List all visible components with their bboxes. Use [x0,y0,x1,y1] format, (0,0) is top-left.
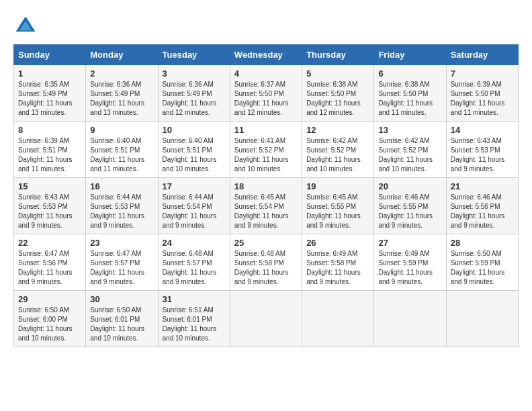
day-info: Sunrise: 6:46 AMSunset: 5:55 PMDaylight:… [378,193,433,229]
day-number: 20 [378,181,441,191]
calendar-cell: 21Sunrise: 6:46 AMSunset: 5:56 PMDayligh… [446,178,518,234]
day-number: 28 [451,238,514,248]
calendar-cell [302,291,374,347]
day-info: Sunrise: 6:42 AMSunset: 5:52 PMDaylight:… [378,137,433,173]
calendar-cell: 16Sunrise: 6:44 AMSunset: 5:53 PMDayligh… [86,178,158,234]
calendar-cell: 19Sunrise: 6:45 AMSunset: 5:55 PMDayligh… [302,178,374,234]
day-info: Sunrise: 6:48 AMSunset: 5:57 PMDaylight:… [163,250,217,285]
day-number: 3 [163,68,226,79]
day-number: 16 [90,181,153,191]
day-number: 10 [163,125,226,135]
day-number: 1 [18,68,81,79]
day-number: 2 [90,68,153,79]
day-number: 17 [163,181,226,191]
page-header [13,13,519,38]
calendar-cell: 25Sunrise: 6:48 AMSunset: 5:58 PMDayligh… [230,234,302,291]
day-info: Sunrise: 6:39 AMSunset: 5:50 PMDaylight:… [451,81,505,116]
day-info: Sunrise: 6:40 AMSunset: 5:51 PMDaylight:… [163,137,217,173]
day-number: 19 [306,181,369,191]
day-info: Sunrise: 6:40 AMSunset: 5:51 PMDaylight:… [90,137,144,173]
calendar-cell: 8Sunrise: 6:39 AMSunset: 5:51 PMDaylight… [14,122,86,178]
day-info: Sunrise: 6:51 AMSunset: 6:01 PMDaylight:… [163,306,217,342]
calendar-cell [230,291,302,347]
day-info: Sunrise: 6:44 AMSunset: 5:53 PMDaylight:… [90,193,144,229]
header-cell-saturday: Saturday [446,45,518,65]
week-row-5: 29Sunrise: 6:50 AMSunset: 6:00 PMDayligh… [14,291,519,347]
calendar-cell: 14Sunrise: 6:43 AMSunset: 5:53 PMDayligh… [446,122,518,178]
calendar-cell: 10Sunrise: 6:40 AMSunset: 5:51 PMDayligh… [158,122,230,178]
day-number: 26 [306,238,369,248]
day-number: 27 [378,238,441,248]
calendar-header: SundayMondayTuesdayWednesdayThursdayFrid… [14,45,519,65]
day-number: 24 [163,238,226,248]
day-number: 15 [18,181,81,191]
header-row: SundayMondayTuesdayWednesdayThursdayFrid… [14,45,519,65]
day-number: 18 [234,181,298,191]
week-row-2: 8Sunrise: 6:39 AMSunset: 5:51 PMDaylight… [14,122,519,178]
day-info: Sunrise: 6:48 AMSunset: 5:58 PMDaylight:… [234,250,289,285]
day-info: Sunrise: 6:43 AMSunset: 5:53 PMDaylight:… [18,193,73,229]
day-number: 11 [234,125,298,135]
calendar-cell: 29Sunrise: 6:50 AMSunset: 6:00 PMDayligh… [14,291,86,347]
calendar-cell: 26Sunrise: 6:49 AMSunset: 5:58 PMDayligh… [302,234,374,291]
day-info: Sunrise: 6:37 AMSunset: 5:50 PMDaylight:… [234,81,289,116]
day-info: Sunrise: 6:49 AMSunset: 5:58 PMDaylight:… [306,250,361,285]
logo [13,13,42,38]
calendar-cell: 2Sunrise: 6:36 AMSunset: 5:49 PMDaylight… [86,65,158,122]
day-info: Sunrise: 6:49 AMSunset: 5:59 PMDaylight:… [378,250,433,285]
calendar-cell: 27Sunrise: 6:49 AMSunset: 5:59 PMDayligh… [374,234,446,291]
header-cell-thursday: Thursday [302,45,374,65]
calendar-cell: 3Sunrise: 6:36 AMSunset: 5:49 PMDaylight… [158,65,230,122]
day-number: 29 [18,294,81,304]
day-number: 22 [18,238,81,248]
calendar-cell: 9Sunrise: 6:40 AMSunset: 5:51 PMDaylight… [86,122,158,178]
day-info: Sunrise: 6:39 AMSunset: 5:51 PMDaylight:… [18,137,73,173]
day-info: Sunrise: 6:45 AMSunset: 5:55 PMDaylight:… [306,193,361,229]
day-number: 13 [378,125,441,135]
day-info: Sunrise: 6:50 AMSunset: 6:00 PMDaylight:… [18,306,73,342]
day-number: 23 [90,238,153,248]
calendar-cell [374,291,446,347]
logo-icon [13,13,38,38]
header-cell-tuesday: Tuesday [158,45,230,65]
calendar-cell: 20Sunrise: 6:46 AMSunset: 5:55 PMDayligh… [374,178,446,234]
day-info: Sunrise: 6:50 AMSunset: 5:59 PMDaylight:… [451,250,505,285]
day-info: Sunrise: 6:44 AMSunset: 5:54 PMDaylight:… [163,193,217,229]
calendar-cell: 15Sunrise: 6:43 AMSunset: 5:53 PMDayligh… [14,178,86,234]
calendar-cell: 7Sunrise: 6:39 AMSunset: 5:50 PMDaylight… [446,65,518,122]
header-cell-sunday: Sunday [14,45,86,65]
header-cell-friday: Friday [374,45,446,65]
header-cell-monday: Monday [86,45,158,65]
calendar-cell: 13Sunrise: 6:42 AMSunset: 5:52 PMDayligh… [374,122,446,178]
day-number: 12 [306,125,369,135]
day-info: Sunrise: 6:45 AMSunset: 5:54 PMDaylight:… [234,193,289,229]
day-number: 9 [90,125,153,135]
day-info: Sunrise: 6:36 AMSunset: 5:49 PMDaylight:… [90,81,144,116]
day-number: 30 [90,294,153,304]
day-number: 25 [234,238,298,248]
day-info: Sunrise: 6:41 AMSunset: 5:52 PMDaylight:… [234,137,289,173]
calendar-cell: 30Sunrise: 6:50 AMSunset: 6:01 PMDayligh… [86,291,158,347]
calendar-cell: 17Sunrise: 6:44 AMSunset: 5:54 PMDayligh… [158,178,230,234]
week-row-1: 1Sunrise: 6:35 AMSunset: 5:49 PMDaylight… [14,65,519,122]
calendar-cell: 6Sunrise: 6:38 AMSunset: 5:50 PMDaylight… [374,65,446,122]
calendar-body: 1Sunrise: 6:35 AMSunset: 5:49 PMDaylight… [14,65,519,347]
calendar-cell: 24Sunrise: 6:48 AMSunset: 5:57 PMDayligh… [158,234,230,291]
day-number: 8 [18,125,81,135]
calendar-cell: 18Sunrise: 6:45 AMSunset: 5:54 PMDayligh… [230,178,302,234]
calendar-cell: 5Sunrise: 6:38 AMSunset: 5:50 PMDaylight… [302,65,374,122]
day-info: Sunrise: 6:50 AMSunset: 6:01 PMDaylight:… [90,306,144,342]
week-row-4: 22Sunrise: 6:47 AMSunset: 5:56 PMDayligh… [14,234,519,291]
calendar-cell: 22Sunrise: 6:47 AMSunset: 5:56 PMDayligh… [14,234,86,291]
calendar-cell: 11Sunrise: 6:41 AMSunset: 5:52 PMDayligh… [230,122,302,178]
calendar-table: SundayMondayTuesdayWednesdayThursdayFrid… [13,44,519,347]
day-number: 5 [306,68,369,79]
calendar-cell: 23Sunrise: 6:47 AMSunset: 5:57 PMDayligh… [86,234,158,291]
day-info: Sunrise: 6:43 AMSunset: 5:53 PMDaylight:… [451,137,505,173]
day-info: Sunrise: 6:38 AMSunset: 5:50 PMDaylight:… [378,81,433,116]
day-number: 21 [451,181,514,191]
calendar-cell: 28Sunrise: 6:50 AMSunset: 5:59 PMDayligh… [446,234,518,291]
day-number: 4 [234,68,298,79]
calendar-cell: 1Sunrise: 6:35 AMSunset: 5:49 PMDaylight… [14,65,86,122]
day-info: Sunrise: 6:47 AMSunset: 5:56 PMDaylight:… [18,250,73,285]
